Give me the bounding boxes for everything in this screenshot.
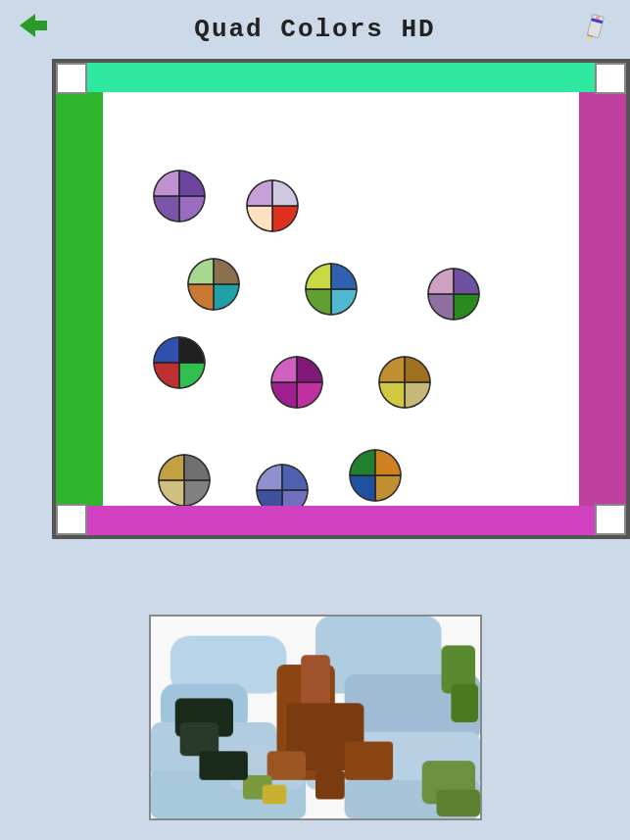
header: Quad Colors HD (0, 0, 630, 59)
svg-marker-0 (20, 14, 35, 37)
svg-rect-2 (587, 14, 604, 37)
corner-br (595, 504, 626, 535)
bottom-border (56, 506, 626, 535)
svg-rect-1 (33, 21, 47, 30)
left-border (56, 63, 103, 535)
play-canvas (103, 92, 579, 506)
minimap (149, 615, 482, 820)
corner-bl (56, 504, 87, 535)
top-border (56, 63, 626, 92)
pencil-icon (579, 12, 614, 47)
minimap-canvas (151, 617, 480, 818)
game-container (52, 59, 630, 539)
corner-tr (595, 63, 626, 94)
play-area (103, 92, 579, 506)
page-title: Quad Colors HD (194, 15, 435, 44)
back-button[interactable] (16, 8, 51, 51)
corner-tl (56, 63, 87, 94)
right-border (579, 63, 626, 535)
